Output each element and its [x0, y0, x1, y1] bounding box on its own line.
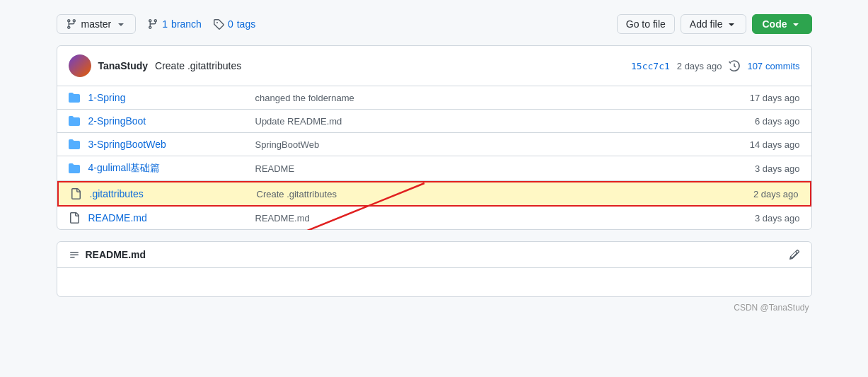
- history-icon: [729, 60, 740, 72]
- tags-count: 0: [228, 18, 233, 30]
- go-to-file-button[interactable]: Go to file: [617, 14, 675, 34]
- file-commit-message: SpringBootWeb: [244, 139, 729, 150]
- file-commit-message: Update README.md: [244, 116, 729, 127]
- add-file-chevron-icon: [726, 18, 737, 30]
- file-date: 17 days ago: [729, 93, 800, 103]
- file-date: 6 days ago: [729, 116, 800, 127]
- file-date: 3 days ago: [729, 163, 800, 174]
- file-row[interactable]: .gitattributesCreate .gitattributes2 day…: [57, 181, 811, 207]
- branch-name: master: [81, 18, 112, 30]
- file-name[interactable]: 1-Spring: [88, 92, 244, 103]
- repo-header: TanaStudy Create .gitattributes 15cc7c1 …: [57, 46, 811, 86]
- file-name[interactable]: 4-gulimall基础篇: [88, 162, 244, 175]
- branches-icon: [147, 18, 158, 30]
- file-row[interactable]: 1-Springchanged the foldername17 days ag…: [57, 86, 811, 110]
- tag-icon: [213, 18, 224, 30]
- branches-count: 1: [162, 18, 168, 30]
- branch-selector-icon: [66, 18, 77, 30]
- folder-icon: [69, 163, 83, 174]
- repo-header-right: 15cc7c1 2 days ago 107 commits: [631, 60, 800, 72]
- file-commit-message: README.md: [244, 213, 729, 224]
- readme-box: README.md: [57, 241, 812, 297]
- branch-selector[interactable]: master: [57, 14, 137, 34]
- folder-icon: [69, 92, 83, 103]
- file-date: 2 days ago: [728, 189, 799, 199]
- folder-icon: [69, 115, 83, 127]
- file-name[interactable]: README.md: [88, 212, 244, 224]
- file-name[interactable]: 2-SpringBoot: [88, 115, 244, 127]
- avatar: [69, 54, 91, 77]
- file-icon: [70, 188, 84, 199]
- file-row[interactable]: 4-gulimall基础篇README3 days ago: [57, 156, 811, 181]
- csdn-watermark: CSDN @TanaStudy: [57, 303, 812, 313]
- file-row[interactable]: 3-SpringBootWebSpringBootWeb14 days ago: [57, 133, 811, 156]
- file-commit-message: README: [244, 163, 729, 174]
- file-commit-message: changed the foldername: [244, 93, 729, 103]
- commits-count: 107: [747, 61, 763, 71]
- file-commit-message: Create .gitattributes: [245, 189, 728, 199]
- file-list: 1-Springchanged the foldername17 days ag…: [57, 86, 811, 229]
- toolbar-left: master 1 branch 0 tags: [57, 14, 256, 34]
- file-row[interactable]: README.mdREADME.md3 days ago: [57, 207, 811, 229]
- commits-label: commits: [765, 61, 799, 71]
- readme-content: [57, 268, 811, 296]
- file-row[interactable]: 2-SpringBootUpdate README.md6 days ago: [57, 110, 811, 133]
- chevron-down-icon: [115, 18, 127, 30]
- code-button[interactable]: Code: [752, 14, 812, 34]
- commit-author[interactable]: TanaStudy: [98, 60, 149, 71]
- code-chevron-icon: [790, 18, 802, 30]
- file-name[interactable]: 3-SpringBootWeb: [88, 139, 244, 150]
- readme-title-text: README.md: [86, 249, 146, 260]
- add-file-button[interactable]: Add file: [681, 14, 746, 34]
- readme-header: README.md: [57, 242, 811, 268]
- repo-box: TanaStudy Create .gitattributes 15cc7c1 …: [57, 45, 812, 230]
- file-date: 14 days ago: [729, 139, 800, 150]
- toolbar-right: Go to file Add file Code: [617, 14, 812, 34]
- folder-icon: [69, 139, 83, 150]
- repo-container: TanaStudy Create .gitattributes 15cc7c1 …: [57, 45, 812, 230]
- commits-link[interactable]: 107 commits: [747, 61, 799, 71]
- file-icon: [69, 212, 83, 224]
- file-date: 3 days ago: [729, 213, 800, 224]
- commit-time: 2 days ago: [677, 61, 722, 71]
- branches-label: branch: [171, 18, 202, 30]
- pencil-icon[interactable]: [789, 249, 800, 260]
- tags-label: tags: [237, 18, 255, 30]
- file-name[interactable]: .gitattributes: [90, 188, 245, 199]
- commit-hash[interactable]: 15cc7c1: [631, 61, 670, 71]
- repo-header-left: TanaStudy Create .gitattributes: [69, 54, 242, 77]
- tags-link[interactable]: 0 tags: [213, 18, 255, 30]
- branches-link[interactable]: 1 branch: [147, 18, 202, 30]
- readme-title: README.md: [69, 249, 146, 260]
- list-icon: [69, 249, 80, 260]
- commit-message: Create .gitattributes: [155, 60, 241, 71]
- toolbar: master 1 branch 0 tags: [57, 14, 812, 34]
